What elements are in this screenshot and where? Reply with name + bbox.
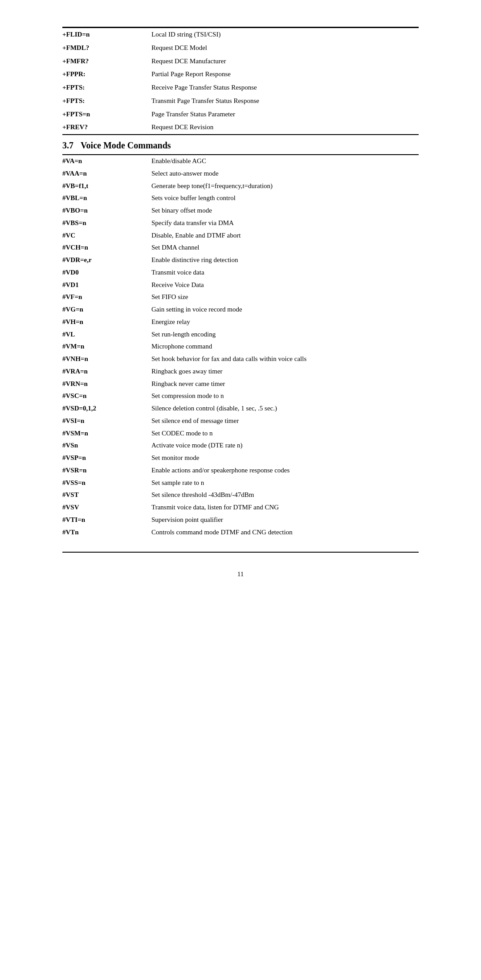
voice-command: #VSC=n bbox=[62, 390, 151, 402]
voice-command: #VH=n bbox=[62, 316, 151, 328]
voice-description: Ringback goes away timer bbox=[151, 365, 419, 378]
voice-command: #VF=n bbox=[62, 291, 151, 303]
voice-table-row: #VF=n Set FIFO size bbox=[62, 291, 419, 303]
fax-table-row: +FPTS: Receive Page Transfer Status Resp… bbox=[62, 81, 419, 94]
voice-table-row: #VSS=n Set sample rate to n bbox=[62, 477, 419, 489]
voice-description: Activate voice mode (DTE rate n) bbox=[151, 439, 419, 452]
fax-command: +FPTS: bbox=[62, 81, 151, 94]
voice-table-row: #VSI=n Set silence end of message timer bbox=[62, 415, 419, 427]
fax-description: Receive Page Transfer Status Response bbox=[151, 81, 419, 94]
voice-table-row: #VSC=n Set compression mode to n bbox=[62, 390, 419, 402]
voice-command: #VSS=n bbox=[62, 477, 151, 489]
voice-table-row: #VH=n Energize relay bbox=[62, 316, 419, 328]
voice-table-row: #VBO=n Set binary offset mode bbox=[62, 205, 419, 217]
voice-table-row: #VSV Transmit voice data, listen for DTM… bbox=[62, 501, 419, 514]
fax-description: Partial Page Report Response bbox=[151, 68, 419, 81]
voice-table-row: #VM=n Microphone command bbox=[62, 340, 419, 353]
voice-command: #VRN=n bbox=[62, 378, 151, 390]
fax-command: +FMDL? bbox=[62, 41, 151, 55]
fax-command: +FREV? bbox=[62, 121, 151, 134]
voice-table-row: #VTn Controls command mode DTMF and CNG … bbox=[62, 526, 419, 539]
fax-description: Local ID string (TSI/CSI) bbox=[151, 28, 419, 41]
voice-description: Receive Voice Data bbox=[151, 279, 419, 291]
voice-table-row: #VSM=n Set CODEC mode to n bbox=[62, 427, 419, 440]
fax-command: +FPPR: bbox=[62, 68, 151, 81]
voice-table-row: #VAA=n Select auto-answer mode bbox=[62, 168, 419, 180]
voice-table-row: #VC Disable, Enable and DTMF abort bbox=[62, 230, 419, 242]
voice-description: Supervision point qualifier bbox=[151, 514, 419, 526]
voice-table-row: #VSD=0,1,2 Silence deletion control (dis… bbox=[62, 402, 419, 415]
voice-command: #VSP=n bbox=[62, 452, 151, 464]
voice-description: Specify data transfer via DMA bbox=[151, 217, 419, 230]
voice-description: Transmit voice data, listen for DTMF and… bbox=[151, 501, 419, 514]
voice-description: Set compression mode to n bbox=[151, 390, 419, 402]
page-number: 11 bbox=[62, 570, 419, 578]
voice-command: #VSM=n bbox=[62, 427, 151, 440]
voice-command: #VM=n bbox=[62, 340, 151, 353]
voice-description: Gain setting in voice record mode bbox=[151, 303, 419, 316]
voice-description: Sets voice buffer length control bbox=[151, 192, 419, 205]
voice-table-row: #VD1 Receive Voice Data bbox=[62, 279, 419, 291]
voice-description: Generate beep tone(f1=frequency,t=durati… bbox=[151, 180, 419, 193]
voice-table-row: #VCH=n Set DMA channel bbox=[62, 242, 419, 254]
fax-description: Request DCE Model bbox=[151, 41, 419, 55]
voice-table-row: #VRA=n Ringback goes away timer bbox=[62, 365, 419, 378]
voice-command: #VDR=e,r bbox=[62, 254, 151, 267]
voice-description: Enable actions and/or speakerphone respo… bbox=[151, 464, 419, 477]
voice-command: #VTn bbox=[62, 526, 151, 539]
voice-description: Set FIFO size bbox=[151, 291, 419, 303]
voice-description: Set run-length encoding bbox=[151, 328, 419, 341]
voice-command: #VSR=n bbox=[62, 464, 151, 477]
voice-description: Set CODEC mode to n bbox=[151, 427, 419, 440]
voice-command: #VCH=n bbox=[62, 242, 151, 254]
section-number: 3.7 bbox=[62, 140, 73, 150]
section-title: Voice Mode Commands bbox=[81, 140, 171, 150]
voice-description: Transmit voice data bbox=[151, 267, 419, 279]
voice-command: #VD1 bbox=[62, 279, 151, 291]
voice-command: #VL bbox=[62, 328, 151, 341]
voice-table-row: #VRN=n Ringback never came timer bbox=[62, 378, 419, 390]
voice-table-row: #VSP=n Set monitor mode bbox=[62, 452, 419, 464]
voice-command: #VB=f1,t bbox=[62, 180, 151, 193]
fax-description: Page Transfer Status Parameter bbox=[151, 108, 419, 121]
fax-command: +FPTS: bbox=[62, 94, 151, 108]
voice-command: #VC bbox=[62, 230, 151, 242]
voice-table-row: #VL Set run-length encoding bbox=[62, 328, 419, 341]
voice-table-row: #VSn Activate voice mode (DTE rate n) bbox=[62, 439, 419, 452]
voice-description: Energize relay bbox=[151, 316, 419, 328]
voice-command: #VSI=n bbox=[62, 415, 151, 427]
voice-description: Select auto-answer mode bbox=[151, 168, 419, 180]
voice-table-row: #VDR=e,r Enable distinctive ring detecti… bbox=[62, 254, 419, 267]
voice-table-row: #VG=n Gain setting in voice record mode bbox=[62, 303, 419, 316]
voice-table-row: #VA=n Enable/disable AGC bbox=[62, 155, 419, 168]
fax-description: Request DCE Manufacturer bbox=[151, 55, 419, 68]
voice-command: #VSD=0,1,2 bbox=[62, 402, 151, 415]
fax-table-row: +FLID=n Local ID string (TSI/CSI) bbox=[62, 28, 419, 41]
section-heading: 3.7Voice Mode Commands bbox=[62, 135, 419, 155]
voice-description: Set DMA channel bbox=[151, 242, 419, 254]
voice-description: Set monitor mode bbox=[151, 452, 419, 464]
voice-table-row: #VTI=n Supervision point qualifier bbox=[62, 514, 419, 526]
fax-table-row: +FMDL? Request DCE Model bbox=[62, 41, 419, 55]
voice-command: #VBS=n bbox=[62, 217, 151, 230]
voice-description: Disable, Enable and DTMF abort bbox=[151, 230, 419, 242]
voice-command: #VD0 bbox=[62, 267, 151, 279]
voice-table-row: #VSR=n Enable actions and/or speakerphon… bbox=[62, 464, 419, 477]
voice-command: #VST bbox=[62, 489, 151, 501]
voice-description: Silence deletion control (disable, 1 sec… bbox=[151, 402, 419, 415]
voice-description: Set silence threshold -43dBm/-47dBm bbox=[151, 489, 419, 501]
fax-table-row: +FPTS=n Page Transfer Status Parameter bbox=[62, 108, 419, 121]
fax-table-row: +FMFR? Request DCE Manufacturer bbox=[62, 55, 419, 68]
voice-description: Set sample rate to n bbox=[151, 477, 419, 489]
voice-command: #VBO=n bbox=[62, 205, 151, 217]
voice-command: #VG=n bbox=[62, 303, 151, 316]
voice-description: Ringback never came timer bbox=[151, 378, 419, 390]
fax-commands-table: +FLID=n Local ID string (TSI/CSI) +FMDL?… bbox=[62, 28, 419, 134]
voice-table-row: #VNH=n Set hook behavior for fax and dat… bbox=[62, 353, 419, 365]
fax-command: +FMFR? bbox=[62, 55, 151, 68]
voice-table-row: #VB=f1,t Generate beep tone(f1=frequency… bbox=[62, 180, 419, 193]
voice-description: Microphone command bbox=[151, 340, 419, 353]
voice-description: Enable/disable AGC bbox=[151, 155, 419, 168]
voice-table-row: #VBL=n Sets voice buffer length control bbox=[62, 192, 419, 205]
fax-table-row: +FREV? Request DCE Revision bbox=[62, 121, 419, 134]
